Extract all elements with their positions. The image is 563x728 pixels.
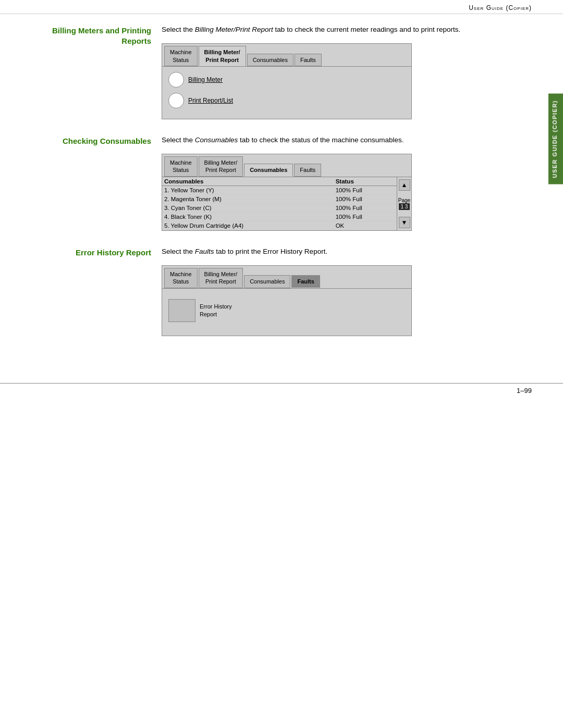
section-consumables-title: Checking Consumables	[16, 136, 151, 146]
consumable-item: 1. Yellow Toner (Y)	[162, 186, 334, 194]
print-report-button[interactable]	[168, 93, 184, 108]
consumables-panel: MachineStatus Billing Meter/Print Report…	[162, 154, 412, 231]
table-row: 1. Yellow Toner (Y)100% Full	[162, 186, 397, 194]
section-billing: Billing Meters and Printing Reports Sele…	[16, 24, 516, 119]
page-indicator: Page 1 3	[398, 198, 410, 210]
tab-consumables-3[interactable]: Consumables	[244, 275, 290, 288]
section-billing-desc: Select the Billing Meter/Print Report ta…	[162, 24, 516, 35]
tab-machine-status-3[interactable]: MachineStatus	[164, 268, 198, 288]
error-history-row: Error History Report	[168, 299, 405, 322]
header-title: User Guide (Copier)	[469, 4, 532, 11]
error-panel: MachineStatus Billing Meter/Print Report…	[162, 265, 412, 336]
billing-tab-bar: MachineStatus Billing Meter/Print Report…	[162, 44, 411, 67]
tab-billing-meter-3[interactable]: Billing Meter/Print Report	[199, 268, 243, 288]
col-consumables: Consumables	[162, 177, 334, 186]
table-row: 3. Cyan Toner (C)100% Full	[162, 203, 397, 212]
col-status: Status	[334, 177, 397, 186]
side-tab: User Guide (Copier)	[548, 94, 563, 184]
error-history-label: Error History Report	[200, 303, 232, 318]
consumable-item: 4. Black Toner (K)	[162, 212, 334, 221]
section-billing-left: Billing Meters and Printing Reports	[16, 24, 162, 46]
section-consumables: Checking Consumables Select the Consumab…	[16, 135, 516, 231]
section-consumables-left: Checking Consumables	[16, 135, 162, 146]
billing-meter-button[interactable]	[168, 72, 184, 88]
page-number-footer: 1–99	[517, 387, 532, 394]
section-error-desc: Select the Faults tab to print the Error…	[162, 246, 516, 257]
consumables-table: Consumables Status 1. Yellow Toner (Y)10…	[162, 177, 397, 230]
page-header: User Guide (Copier)	[0, 0, 563, 14]
section-billing-title: Billing Meters and Printing Reports	[16, 26, 151, 46]
consumables-tab-bar: MachineStatus Billing Meter/Print Report…	[162, 154, 411, 177]
consumable-status: 100% Full	[334, 212, 397, 221]
tab-faults-1[interactable]: Faults	[295, 54, 322, 66]
consumable-item: 5. Yellow Drum Cartridge (A4)	[162, 221, 334, 230]
section-consumables-desc: Select the Consumables tab to check the …	[162, 135, 516, 145]
tab-consumables-1[interactable]: Consumables	[247, 54, 293, 66]
print-report-label[interactable]: Print Report/List	[188, 97, 233, 104]
consumable-status: 100% Full	[334, 194, 397, 203]
consumable-item: 3. Cyan Toner (C)	[162, 203, 334, 212]
tab-machine-status-2[interactable]: MachineStatus	[164, 156, 198, 177]
error-tab-bar: MachineStatus Billing Meter/Print Report…	[162, 266, 411, 289]
page-label: Page	[398, 198, 410, 203]
table-row: 5. Yellow Drum Cartridge (A4)OK	[162, 221, 397, 230]
section-error-left: Error History Report	[16, 246, 162, 258]
consumable-item: 2. Magenta Toner (M)	[162, 194, 334, 203]
consumable-status: OK	[334, 221, 397, 230]
tab-faults-2[interactable]: Faults	[294, 164, 321, 176]
scroll-down-button[interactable]: ▼	[399, 217, 410, 228]
billing-panel-body: Billing Meter Print Report/List	[162, 67, 411, 119]
section-error-right: Select the Faults tab to print the Error…	[162, 246, 516, 336]
tab-billing-meter-2[interactable]: Billing Meter/Print Report	[199, 156, 243, 177]
consumables-scroll-area: ▲ Page 1 3 ▼	[397, 177, 411, 230]
page-number: 1 3	[398, 203, 410, 210]
footer: 1–99	[0, 383, 563, 394]
tab-consumables-2[interactable]: Consumables	[244, 164, 293, 176]
section-error-title: Error History Report	[16, 248, 151, 258]
table-row: 4. Black Toner (K)100% Full	[162, 212, 397, 221]
consumable-status: 100% Full	[334, 186, 397, 194]
billing-meter-row: Billing Meter	[168, 72, 405, 88]
error-history-button[interactable]	[168, 299, 195, 322]
tab-faults-3[interactable]: Faults	[291, 275, 320, 288]
error-panel-body: Error History Report	[162, 289, 411, 336]
section-consumables-right: Select the Consumables tab to check the …	[162, 135, 516, 231]
table-row: 2. Magenta Toner (M)100% Full	[162, 194, 397, 203]
consumables-panel-body: Consumables Status 1. Yellow Toner (Y)10…	[162, 177, 411, 230]
billing-panel: MachineStatus Billing Meter/Print Report…	[162, 43, 412, 119]
section-billing-right: Select the Billing Meter/Print Report ta…	[162, 24, 516, 119]
scroll-up-button[interactable]: ▲	[399, 179, 410, 191]
tab-machine-status-1[interactable]: MachineStatus	[164, 46, 198, 66]
consumables-table-area: Consumables Status 1. Yellow Toner (Y)10…	[162, 177, 397, 230]
main-content: Billing Meters and Printing Reports Sele…	[0, 14, 547, 362]
billing-meter-label[interactable]: Billing Meter	[188, 76, 223, 83]
print-report-row: Print Report/List	[168, 93, 405, 108]
section-error: Error History Report Select the Faults t…	[16, 246, 516, 336]
consumable-status: 100% Full	[334, 203, 397, 212]
tab-billing-meter-1[interactable]: Billing Meter/Print Report	[199, 46, 246, 66]
